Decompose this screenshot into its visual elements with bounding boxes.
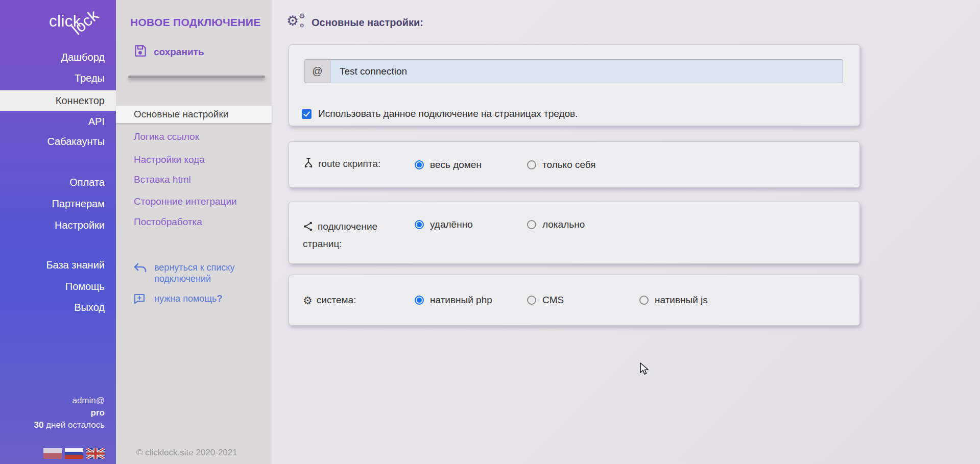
panel-divider — [128, 76, 265, 78]
back-to-connections-link[interactable]: вернуться к списку подключений — [154, 262, 262, 284]
panel-item-link-logic[interactable]: Логика ссылок — [116, 129, 272, 144]
connection-panel: НОВОЕ ПОДКЛЮЧЕНИЕ сохранить Основные нас… — [116, 0, 272, 464]
panel-title: НОВОЕ ПОДКЛЮЧЕНИЕ — [130, 16, 261, 29]
use-on-threads-checkbox-row[interactable]: Использовать данное подключение на стран… — [302, 108, 578, 119]
sidebar-item-help[interactable]: Помощь — [0, 279, 116, 294]
gears-icon: ⚙⚙⚙ — [286, 12, 309, 33]
sidebar-item-dashboard[interactable]: Дашборд — [0, 50, 116, 65]
sidebar-item-knowledge-base[interactable]: База знаний — [0, 257, 116, 273]
route-script-card: route скрипта: весь домен только себя — [289, 141, 860, 188]
account-plan: pro — [34, 407, 105, 419]
sidebar-item-subaccounts[interactable]: Сабакаунты — [0, 134, 116, 149]
sidebar-item-connector[interactable]: Коннектор — [0, 90, 116, 111]
account-days-left: 30 дней осталось — [34, 419, 105, 431]
radio-selected-icon[interactable] — [415, 296, 424, 305]
need-help-link[interactable]: нужна помощь? — [154, 293, 262, 304]
at-sign-icon: @ — [304, 59, 330, 83]
sidebar-item-partners[interactable]: Партнерам — [0, 196, 116, 211]
language-switcher — [43, 448, 105, 459]
radio-option-native-js[interactable]: нативный js — [639, 295, 752, 306]
primary-sidebar: clicklock Дашборд Треды Коннектор API Са… — [0, 0, 116, 464]
panel-item-html-insert[interactable]: Вставка html — [116, 172, 272, 187]
route-script-label: route скрипта: — [303, 156, 415, 174]
radio-option-only-self[interactable]: только себя — [527, 159, 639, 170]
russia-flag-icon[interactable] — [65, 448, 83, 459]
save-button-label: сохранить — [154, 46, 204, 58]
account-info: admin@ pro 30 дней осталось — [34, 395, 105, 431]
panel-item-postprocessing[interactable]: Постобработка — [116, 214, 272, 230]
radio-selected-icon[interactable] — [415, 160, 424, 169]
help-bubble-icon[interactable] — [133, 292, 146, 307]
page-connection-card: подключение страниц: удалённо локально — [289, 202, 860, 264]
save-floppy-icon — [133, 44, 147, 60]
sidebar-item-payment[interactable]: Оплата — [0, 175, 116, 190]
radio-unselected-icon[interactable] — [527, 296, 536, 305]
radio-option-native-php[interactable]: нативный php — [415, 295, 527, 306]
panel-item-code-settings[interactable]: Настройки кода — [116, 152, 272, 167]
radio-unselected-icon[interactable] — [639, 296, 649, 305]
share-icon — [303, 221, 314, 236]
radio-unselected-icon[interactable] — [527, 160, 536, 169]
checkbox-label: Использовать данное подключение на стран… — [318, 108, 578, 119]
copyright-text: © clicklock.site 2020-2021 — [136, 448, 237, 458]
connection-name-input[interactable] — [330, 59, 843, 83]
page-title: Основные настройки: — [312, 17, 423, 29]
panel-item-basic-settings[interactable]: Основные настройки — [116, 106, 272, 123]
sidebar-item-threads[interactable]: Треды — [0, 70, 116, 86]
sidebar-item-api[interactable]: API — [0, 114, 116, 129]
undo-arrow-icon[interactable] — [133, 262, 148, 276]
account-email: admin@ — [34, 395, 105, 407]
radio-option-cms[interactable]: CMS — [527, 295, 639, 306]
route-fork-icon — [303, 158, 314, 174]
gear-icon: ⚙ — [303, 295, 313, 306]
save-button[interactable]: сохранить — [133, 44, 204, 60]
clicklock-logo[interactable]: clicklock — [49, 12, 110, 43]
main-content: ⚙⚙⚙ Основные настройки: @ Использовать д… — [272, 0, 980, 464]
radio-option-remote[interactable]: удалённо — [415, 219, 527, 230]
checkbox-checked-icon[interactable] — [302, 109, 312, 119]
panel-item-integrations[interactable]: Сторонние интеграции — [116, 194, 272, 209]
connection-name-card: @ Использовать данное подключение на стр… — [289, 44, 860, 126]
poland-flag-icon[interactable] — [43, 448, 62, 459]
mouse-cursor — [640, 362, 651, 378]
sidebar-item-logout[interactable]: Выход — [0, 300, 116, 315]
app-window: clicklock Дашборд Треды Коннектор API Са… — [0, 0, 980, 464]
sidebar-item-settings[interactable]: Настройки — [0, 217, 116, 233]
logo-text-lock: lock — [68, 6, 103, 39]
system-card: ⚙система: нативный php CMS нативный js — [289, 275, 860, 326]
radio-unselected-icon[interactable] — [527, 220, 536, 229]
radio-option-local[interactable]: локально — [527, 219, 639, 230]
radio-selected-icon[interactable] — [415, 220, 424, 229]
radio-option-whole-domain[interactable]: весь домен — [415, 159, 527, 170]
uk-flag-icon[interactable] — [86, 448, 105, 459]
connection-name-row: @ — [304, 59, 843, 83]
page-connection-label: подключение страниц: — [303, 219, 415, 252]
system-label: ⚙система: — [303, 292, 415, 308]
